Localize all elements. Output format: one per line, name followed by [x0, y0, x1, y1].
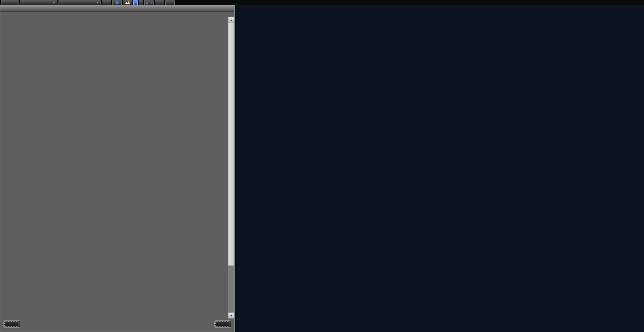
toolbar: ▼ ▼: [0, 0, 644, 5]
old-button[interactable]: [3, 320, 20, 328]
volume-chart-button[interactable]: [144, 0, 154, 5]
info-button[interactable]: [112, 0, 122, 5]
zoom-in-button[interactable]: [165, 0, 175, 5]
scrollbar-thumb[interactable]: [228, 23, 234, 266]
news-content: ▲ ▼: [0, 11, 234, 332]
chart-canvas[interactable]: [232, 5, 644, 332]
news-footer: [0, 319, 234, 332]
news-window: ▲ ▼: [0, 5, 235, 332]
scrollbar-track[interactable]: [228, 266, 234, 312]
ask-button[interactable]: [139, 0, 143, 5]
chart-type-button[interactable]: [123, 0, 132, 5]
scroll-up-icon[interactable]: ▲: [228, 17, 234, 23]
zoom-out-button[interactable]: [155, 0, 164, 5]
chart-area[interactable]: [232, 5, 644, 332]
chevron-down-icon: ▼: [53, 1, 55, 4]
draw-button[interactable]: [102, 0, 111, 5]
news-window-titlebar[interactable]: [0, 5, 234, 11]
timeframe-selector[interactable]: ▼: [20, 0, 57, 5]
news-body: [3, 17, 227, 319]
chevron-down-icon: ▼: [96, 1, 98, 4]
new-button[interactable]: [214, 320, 231, 328]
mountain-icon: [125, 1, 130, 4]
scroll-down-icon[interactable]: ▼: [228, 312, 234, 319]
bid-button[interactable]: [133, 0, 138, 5]
news-scrollbar[interactable]: ▲ ▼: [228, 17, 234, 319]
bar-chart-icon: [146, 1, 151, 4]
info-icon: [116, 1, 119, 4]
technical-selector[interactable]: ▼: [58, 0, 101, 5]
news-header: [0, 12, 234, 16]
pair-selector[interactable]: [1, 0, 19, 5]
